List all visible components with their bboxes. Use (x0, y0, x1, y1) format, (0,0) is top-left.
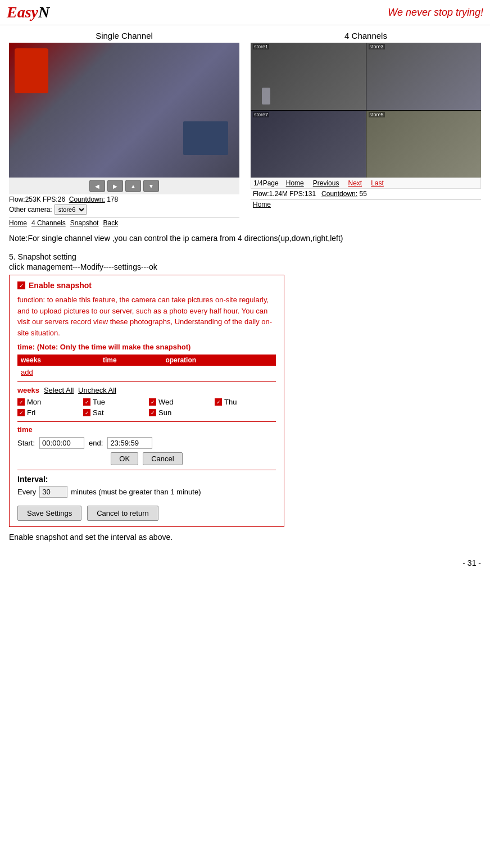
cameras-row: Single Channel ◀ ▶ ▲ ▼ Flow:253K FPS:26 … (9, 31, 481, 227)
camera-select[interactable]: store6 (55, 204, 87, 215)
four-flow-info: Flow:1.24M FPS:131 (253, 190, 316, 198)
single-cam-info: Flow:253K FPS:26 Countdown: 178 (9, 194, 239, 204)
day-sun-label: Sun (158, 408, 171, 417)
single-flow-info: Flow:253K FPS:26 (9, 196, 65, 203)
end-time-input[interactable] (107, 437, 152, 449)
four-channel-image: store1 store3 store7 store5 (251, 43, 481, 178)
four-countdown-value: 55 (359, 190, 366, 198)
single-nav-links: Home 4 Channels Snapshot Back (9, 217, 239, 227)
divider-2 (17, 421, 276, 422)
logo-easy: Easy (7, 3, 38, 21)
nav-previous-link[interactable]: Previous (313, 179, 339, 187)
weeks-links: Select All Uncheck All (42, 386, 116, 394)
logo-n: N (38, 3, 49, 21)
single-channel-label: Single Channel (9, 31, 239, 40)
note-text: Note:For single channel view ,you can co… (9, 233, 481, 244)
single-countdown-label: Countdown: (69, 196, 105, 203)
add-link-cell: add (17, 366, 276, 378)
day-fri-label: Fri (27, 408, 35, 417)
day-fri: Fri (17, 408, 79, 417)
col-weeks: weeks (17, 355, 99, 366)
nav-home-link[interactable]: Home (286, 179, 304, 187)
weeks-title: weeks (17, 386, 39, 394)
four-ch-home-link[interactable]: Home (253, 201, 271, 208)
interval-input[interactable] (39, 486, 67, 498)
day-wed-label: Wed (158, 398, 174, 406)
single-channel-section: Single Channel ◀ ▶ ▲ ▼ Flow:253K FPS:26 … (9, 31, 239, 227)
single-cam-visual (9, 43, 239, 178)
day-fri-checkbox[interactable] (17, 409, 25, 416)
single-other-camera: Other camera: store6 (9, 204, 239, 215)
start-label: Start: (17, 439, 35, 447)
single-channel-image (9, 43, 239, 178)
start-time-input[interactable] (39, 437, 84, 449)
snapshot-table: weeks time operation add (17, 355, 276, 378)
ctrl-up-btn[interactable]: ▲ (125, 180, 141, 192)
table-add-row: add (17, 366, 276, 378)
single-nav-4channels[interactable]: 4 Channels (31, 219, 66, 227)
time-section-title: time (17, 425, 276, 434)
end-label: end: (89, 439, 103, 447)
tagline: We never stop trying! (388, 7, 483, 19)
nav-next-link[interactable]: Next (348, 179, 362, 187)
enable-snapshot-checkbox[interactable] (17, 281, 25, 289)
quad-cell-4: store5 (366, 111, 482, 178)
quad-label-2: store3 (369, 44, 385, 49)
single-nav-home[interactable]: Home (9, 219, 27, 227)
snapshot-description: function: to enable this feature, the ca… (17, 294, 276, 338)
add-link[interactable]: add (21, 368, 33, 376)
cancel-button[interactable]: Cancel (143, 452, 182, 465)
single-countdown-value: 178 (107, 196, 118, 203)
page-info: 1/4Page (253, 179, 279, 187)
quad-cell-1: store1 (251, 43, 366, 110)
four-cam-visual: store1 store3 store7 store5 (251, 43, 481, 178)
ctrl-down-btn[interactable]: ▼ (143, 180, 159, 192)
day-tue-checkbox[interactable] (83, 398, 90, 406)
single-nav-back[interactable]: Back (103, 219, 118, 227)
interval-section: Interval: Every minutes (must be greater… (17, 475, 276, 498)
main-content: Single Channel ◀ ▶ ▲ ▼ Flow:253K FPS:26 … (0, 25, 490, 547)
day-thu-checkbox[interactable] (215, 398, 222, 406)
day-wed-checkbox[interactable] (149, 398, 156, 406)
day-thu-label: Thu (224, 398, 237, 406)
ctrl-play-btn[interactable]: ▶ (107, 180, 123, 192)
other-camera-label: Other camera: (9, 206, 52, 213)
four-channel-section: 4 Channels store1 store3 store7 store5 (251, 31, 481, 227)
day-sun-checkbox[interactable] (149, 409, 156, 416)
ok-button[interactable]: OK (111, 452, 138, 465)
quad-label-3: store7 (253, 112, 269, 117)
uncheck-all-link[interactable]: Uncheck All (78, 386, 116, 394)
quad-cell-2: store3 (366, 43, 482, 110)
nav-last-link[interactable]: Last (371, 179, 384, 187)
snapshot-title: 5. Snapshot setting (9, 252, 481, 261)
day-wed: Wed (149, 398, 210, 406)
weeks-section: weeks Select All Uncheck All Mon Tue (17, 385, 276, 417)
enable-snapshot-label: Enable snapshot (29, 281, 92, 290)
quad-cell-3: store7 (251, 111, 366, 178)
time-row: Start: end: (17, 437, 276, 449)
interval-title: Interval: (17, 475, 276, 484)
four-ch-home: Home (251, 199, 481, 210)
interval-row: Every minutes (must be greater than 1 mi… (17, 486, 276, 498)
bottom-note: Enable snapshot and set the interval as … (9, 533, 481, 542)
col-time: time (99, 355, 162, 366)
day-mon-checkbox[interactable] (17, 398, 25, 406)
logo: EasyN (7, 3, 49, 21)
day-tue: Tue (83, 398, 144, 406)
quad-label-4: store5 (369, 112, 385, 117)
bottom-buttons: Save Settings Cancel to return (17, 506, 276, 521)
save-settings-button[interactable]: Save Settings (17, 506, 81, 521)
header: EasyN We never stop trying! (0, 0, 490, 25)
table-header-row: weeks time operation (17, 355, 276, 366)
ctrl-left-btn[interactable]: ◀ (89, 180, 105, 192)
four-ch-flow: Flow:1.24M FPS:131 Countdown: 55 (251, 189, 481, 199)
interval-unit: minutes (must be greater than 1 minute) (71, 488, 201, 496)
quad-label-1: store1 (253, 44, 269, 49)
cancel-return-button[interactable]: Cancel to return (87, 506, 158, 521)
single-nav-snapshot[interactable]: Snapshot (70, 219, 99, 227)
enable-snapshot-row: Enable snapshot (17, 281, 276, 290)
day-mon-label: Mon (27, 398, 41, 406)
select-all-link[interactable]: Select All (44, 386, 74, 394)
four-countdown-label: Countdown: (321, 190, 357, 198)
day-sat-checkbox[interactable] (83, 409, 90, 416)
